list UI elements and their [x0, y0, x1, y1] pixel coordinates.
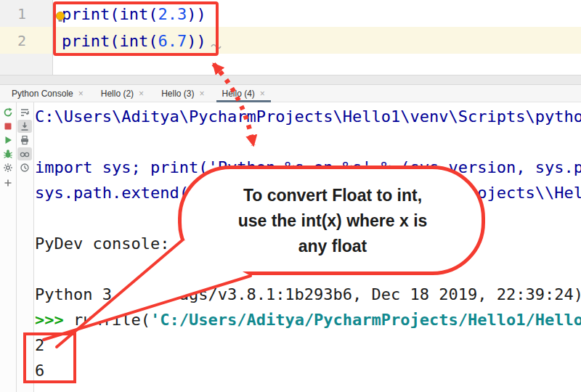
console-line: 6 [35, 358, 44, 383]
tab-close-icon[interactable]: × [78, 89, 84, 98]
run-button[interactable] [1, 134, 15, 147]
console-line: import sys; print('Python %s on %s' % (s… [35, 155, 581, 180]
console-line: sys.path.extend(['C:\\Users\\Aditya\\Pyc… [35, 180, 581, 205]
scroll-to-end-button[interactable] [17, 120, 32, 133]
tab-hello-4[interactable]: Hello (4)× [218, 85, 269, 102]
tab-label: Hello (2) [101, 89, 134, 99]
show-variables-button[interactable] [17, 147, 32, 160]
debug-button[interactable] [1, 147, 15, 160]
run-icon [3, 135, 13, 145]
add-console-button[interactable] [1, 176, 15, 189]
tab-label: Python Console [12, 89, 73, 99]
tab-close-icon[interactable]: × [260, 89, 265, 98]
console-line: C:\Users\Aditya\PycharmProjects\Hello1\v… [35, 104, 581, 129]
gutter-divider [52, 0, 53, 75]
tab-python-console[interactable]: Python Console× [7, 85, 88, 102]
plus-icon [3, 178, 13, 188]
code-line: print(int(2.3)) [62, 1, 206, 27]
soft-wrap-button[interactable] [17, 106, 32, 119]
line-number: 2 [0, 28, 26, 54]
tab-close-icon[interactable]: × [139, 89, 144, 98]
tab-hello-2[interactable]: Hello (2)× [97, 85, 148, 102]
clock-icon [20, 163, 30, 173]
stop-button[interactable] [1, 120, 15, 133]
stop-icon [3, 121, 13, 131]
console-line: PyDev console: starting. [35, 231, 266, 256]
tab-bar: Python Console×Hello (2)×Hello (3)×Hello… [0, 85, 581, 102]
pycharm-window: 12 print(int(2.3))print(int(6.7)) Python… [0, 0, 581, 392]
intention-bulb-icon[interactable] [55, 11, 65, 23]
console-line: 2 [35, 332, 44, 358]
rerun-button[interactable] [1, 106, 15, 119]
scroll-to-end-icon [20, 121, 30, 131]
console-line: Python 3.8.1 (tags/v3.8.1:1b293b6, Dec 1… [35, 282, 581, 307]
print-button[interactable] [17, 134, 32, 147]
console-toolbar-left [0, 102, 17, 392]
line-number: 1 [0, 1, 26, 27]
python-console-panel: C:\Users\Aditya\PycharmProjects\Hello1\v… [0, 102, 581, 392]
code-editor[interactable]: 12 print(int(2.3))print(int(6.7)) [0, 0, 581, 75]
tab-hello-3[interactable]: Hello (3)× [157, 85, 208, 102]
gear-icon [3, 163, 13, 173]
console-output[interactable]: C:\Users\Aditya\PycharmProjects\Hello1\v… [35, 104, 581, 392]
debug-icon [3, 149, 13, 159]
console-line: >>> runfile('C:/Users/Aditya/PycharmProj… [35, 307, 581, 332]
panel-splitter[interactable] [0, 75, 581, 85]
console-toolbar-right [17, 102, 34, 392]
tab-label: Hello (4) [222, 89, 255, 99]
weak-warning-squiggle-icon [211, 42, 224, 49]
glasses-icon [20, 149, 30, 159]
rerun-icon [3, 107, 13, 118]
printer-icon [20, 135, 30, 145]
history-button[interactable] [17, 161, 32, 174]
tab-close-icon[interactable]: × [199, 89, 204, 98]
code-line: print(int(6.7)) [62, 28, 206, 54]
tab-label: Hello (3) [161, 89, 194, 99]
settings-button[interactable] [1, 161, 15, 174]
soft-wrap-icon [20, 107, 30, 118]
